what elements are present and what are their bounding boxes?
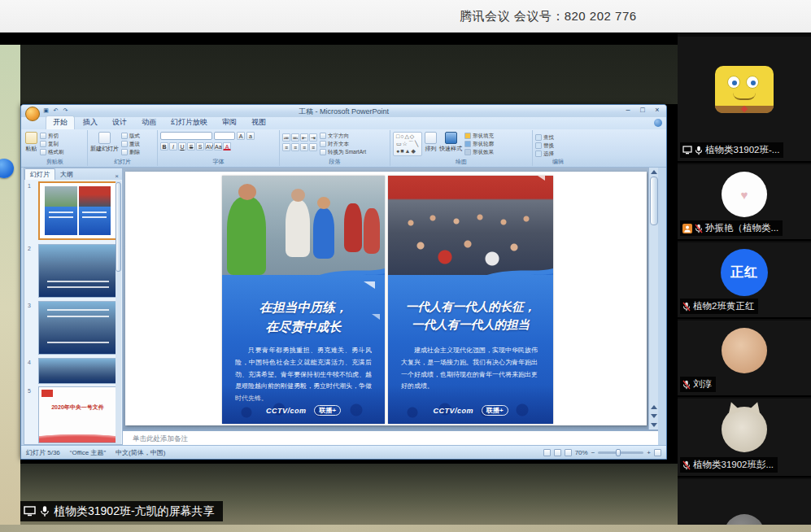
slide-thumbnail-2[interactable] xyxy=(38,244,117,298)
lianbo-logo: 联播+ xyxy=(482,405,508,416)
previous-slide-icon[interactable] xyxy=(651,405,657,409)
editor-vertical-scrollbar[interactable] xyxy=(648,168,658,430)
participant-tile[interactable]: 刘淳 xyxy=(678,321,811,397)
font-name-combobox[interactable] xyxy=(160,132,212,140)
next-slide-icon[interactable] xyxy=(651,414,657,418)
find-icon xyxy=(535,134,542,141)
quick-styles-icon xyxy=(445,132,457,144)
slide-canvas[interactable]: 在担当中历练， 在尽责中成长 只要青年都勇挑重担、勇克难关、勇斗风险，中国特色社… xyxy=(125,172,647,425)
tab-review[interactable]: 审阅 xyxy=(216,116,243,129)
tab-animation[interactable]: 动画 xyxy=(135,116,163,129)
replace-button[interactable]: 替换 xyxy=(535,142,554,149)
notes-pane[interactable]: 单击此处添加备注 xyxy=(123,430,658,445)
align-right-button[interactable]: ≡ xyxy=(300,143,308,151)
new-slide-icon xyxy=(98,132,111,144)
slide-sorter-icon[interactable] xyxy=(554,449,561,456)
participant-tile[interactable]: 植物类31902班-... xyxy=(678,37,811,163)
arrange-button[interactable]: 排列 xyxy=(425,132,437,153)
pane-close-icon[interactable]: × xyxy=(111,172,122,180)
cut-button[interactable]: 剪切 xyxy=(40,132,64,139)
shadow-button[interactable]: S xyxy=(196,142,204,150)
numbering-button[interactable]: ≕ xyxy=(291,133,299,142)
text-direction-button[interactable]: 文字方向 xyxy=(320,132,366,139)
italic-button[interactable]: I xyxy=(169,142,177,150)
poster-right-body: 建成社会主义现代化强国，实现中华民族伟大复兴，是一场接力跑。我们有决心为青年跑出… xyxy=(401,345,538,393)
tab-slides-thumbnails[interactable]: 幻灯片 xyxy=(24,168,55,180)
shape-effects-button[interactable]: 形状效果 xyxy=(464,148,494,155)
align-left-button[interactable]: ≡ xyxy=(282,143,290,151)
tab-insert[interactable]: 插入 xyxy=(76,116,104,129)
group-font: A a B I U S S AV Aa A 字体 xyxy=(158,130,280,166)
tab-view[interactable]: 视图 xyxy=(245,116,273,129)
poster-right[interactable]: 一代人有一代人的长征， 一代人有一代人的担当 建成社会主义现代化强国，实现中华民… xyxy=(388,176,553,424)
normal-view-icon[interactable] xyxy=(543,449,551,456)
minimize-button[interactable]: – xyxy=(622,106,634,114)
new-slide-button[interactable]: 新建幻灯片 xyxy=(90,132,119,153)
ppt-titlebar[interactable]: ▣ ↶ ↷ 工稿 - Microsoft PowerPoint – □ × xyxy=(21,105,666,117)
replace-icon xyxy=(535,142,542,149)
slideshow-icon[interactable] xyxy=(565,449,572,456)
slide-thumbnail-4[interactable] xyxy=(38,358,117,384)
justify-button[interactable]: ≡ xyxy=(309,143,317,151)
grow-font-icon[interactable]: A xyxy=(237,132,245,140)
close-button[interactable]: × xyxy=(652,106,663,114)
font-size-combobox[interactable] xyxy=(214,132,235,140)
indent-less-icon[interactable]: ⇤ xyxy=(300,133,308,142)
font-color-button[interactable]: A xyxy=(223,142,231,150)
cut-icon xyxy=(40,133,46,139)
office-button[interactable] xyxy=(25,107,40,121)
participant-tile[interactable]: 植物类31902班彭... xyxy=(678,399,811,477)
select-button[interactable]: 选择 xyxy=(535,150,554,157)
slide-thumbnail-1-selected[interactable] xyxy=(38,181,117,240)
zoom-in-icon[interactable]: + xyxy=(647,449,651,456)
copy-button[interactable]: 复制 xyxy=(40,140,64,147)
language-indicator[interactable]: 中文(简体，中国) xyxy=(116,448,165,457)
reset-button[interactable]: 重设 xyxy=(121,140,140,147)
zoom-slider[interactable] xyxy=(598,451,643,454)
poster-right-photo xyxy=(388,176,553,275)
change-case-button[interactable]: Aa xyxy=(214,142,222,150)
shrink-font-icon[interactable]: a xyxy=(246,132,255,140)
align-text-button[interactable]: 对齐文本 xyxy=(320,140,366,147)
quick-styles-button[interactable]: 快速样式 xyxy=(439,132,462,153)
shapes-gallery[interactable]: □○△◇ xyxy=(396,133,419,140)
select-icon xyxy=(535,150,542,157)
participant-tile[interactable]: ♥ 孙振艳（植物类... xyxy=(678,164,811,241)
shape-fill-button[interactable]: 形状填充 xyxy=(464,132,494,139)
copy-icon xyxy=(40,141,46,147)
layout-button[interactable]: 版式 xyxy=(121,132,140,139)
poster-right-title: 一代人有一代人的长征， 一代人有一代人的担当 xyxy=(388,298,553,334)
tab-design[interactable]: 设计 xyxy=(106,116,133,129)
bullets-button[interactable]: ≔ xyxy=(282,133,290,142)
tab-slideshow[interactable]: 幻灯片放映 xyxy=(164,116,214,129)
align-center-button[interactable]: ≡ xyxy=(291,143,299,151)
poster-left[interactable]: 在担当中历练， 在尽责中成长 只要青年都勇挑重担、勇克难关、勇斗风险，中国特色社… xyxy=(222,176,385,424)
zoom-out-icon[interactable]: − xyxy=(591,449,595,456)
delete-slide-button[interactable]: 删除 xyxy=(121,148,140,155)
slide-counter: 幻灯片 5/36 xyxy=(26,448,60,457)
underline-button[interactable]: U xyxy=(178,142,186,150)
flag-decoration xyxy=(41,390,53,397)
participant-tile-partial[interactable] xyxy=(678,479,811,525)
shape-outline-button[interactable]: 形状轮廓 xyxy=(464,140,494,147)
participant-tile[interactable]: 正红 植物2班黄正红 xyxy=(678,242,811,319)
slide-thumbnail-5[interactable]: 2020年中央一号文件 xyxy=(38,386,117,443)
tab-outline[interactable]: 大纲 xyxy=(55,169,78,180)
char-spacing-button[interactable]: AV xyxy=(205,142,213,150)
group-clipboard: 粘贴 剪切 复制 格式刷 剪贴板 xyxy=(23,130,88,166)
find-button[interactable]: 查找 xyxy=(535,133,554,141)
maximize-button[interactable]: □ xyxy=(637,106,648,114)
format-painter-button[interactable]: 格式刷 xyxy=(40,148,64,155)
convert-smartart-button[interactable]: 转换为 SmartArt xyxy=(320,148,366,155)
indent-more-icon[interactable]: ⇥ xyxy=(309,133,317,142)
fit-to-window-icon[interactable] xyxy=(654,449,661,456)
scroll-up-icon[interactable] xyxy=(651,170,657,174)
paste-button[interactable]: 粘贴 xyxy=(25,132,37,153)
scroll-down-icon[interactable] xyxy=(651,423,657,427)
slide-thumbnail-3[interactable] xyxy=(38,301,117,355)
bold-button[interactable]: B xyxy=(160,142,168,150)
strikethrough-button[interactable]: S xyxy=(187,142,195,150)
help-icon[interactable] xyxy=(654,119,662,127)
tab-home[interactable]: 开始 xyxy=(46,116,75,129)
pane-scrollbar[interactable] xyxy=(116,181,121,444)
